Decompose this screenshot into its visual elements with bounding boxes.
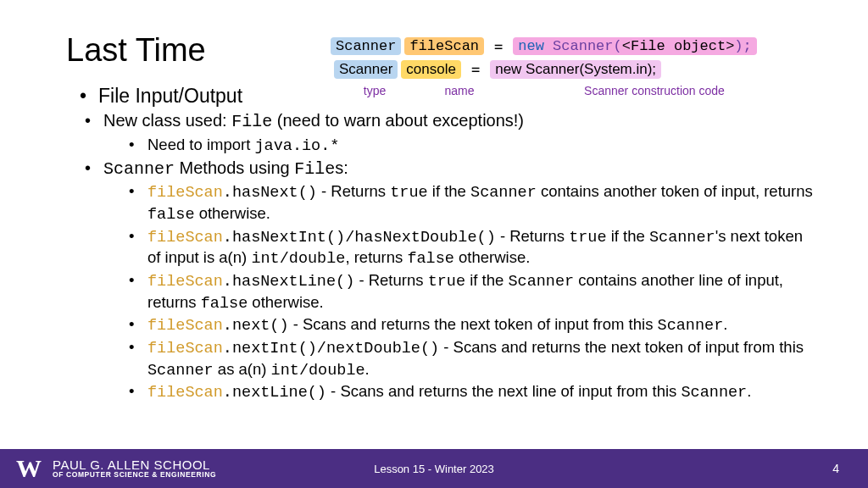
equals-token: = xyxy=(487,38,509,55)
equals-token-2: = xyxy=(465,61,487,78)
method-hasnextint: fileScan.hasNextInt()/hasNextDouble() - … xyxy=(147,226,817,269)
bullet-scanner-methods: Scanner Methods using Files: fileScan.ha… xyxy=(103,158,817,403)
school-name-top: PAUL G. ALLEN SCHOOL xyxy=(53,458,216,472)
content-body: File Input/Output New class used: File (… xyxy=(66,84,817,403)
bullet-import: Need to import java.io.* xyxy=(147,135,817,157)
name-token-2: console xyxy=(401,60,461,79)
method-nextint: fileScan.nextInt()/nextDouble() - Scans … xyxy=(147,337,817,380)
type-token: Scanner xyxy=(331,37,401,55)
method-next: fileScan.next() - Scans and returns the … xyxy=(147,314,817,336)
school-name: PAUL G. ALLEN SCHOOL OF COMPUTER SCIENCE… xyxy=(53,458,216,480)
ctor-token-2: new Scanner(System.in); xyxy=(490,60,661,79)
method-nextline: fileScan.nextLine() - Scans and returns … xyxy=(147,381,817,403)
code-row-1: Scanner fileScan = new Scanner(<File obj… xyxy=(329,37,782,55)
bullet-file-io: File Input/Output xyxy=(98,84,817,108)
bullet-new-class: New class used: File (need to warn about… xyxy=(103,110,817,156)
ctor-token: new Scanner(<File object>); xyxy=(513,37,756,55)
method-hasnextline: fileScan.hasNextLine() - Returns true if… xyxy=(147,270,817,313)
page-number: 4 xyxy=(832,462,839,475)
code-row-2: Scanner console = new Scanner(System.in)… xyxy=(332,60,782,79)
type-token-2: Scanner xyxy=(334,60,398,79)
method-hasnext: fileScan.hasNext() - Returns true if the… xyxy=(147,181,817,225)
uw-logo-icon: W xyxy=(12,449,46,488)
footer-bar: W PAUL G. ALLEN SCHOOL OF COMPUTER SCIEN… xyxy=(0,449,868,488)
school-name-bottom: OF COMPUTER SCIENCE & ENGINEERING xyxy=(53,471,216,479)
footer-lesson: Lesson 15 - Winter 2023 xyxy=(374,463,494,475)
name-token: fileScan xyxy=(404,37,484,55)
slide: Last Time Scanner fileScan = new Scanner… xyxy=(0,0,868,488)
